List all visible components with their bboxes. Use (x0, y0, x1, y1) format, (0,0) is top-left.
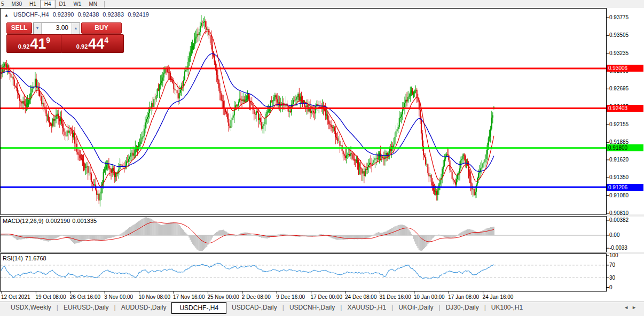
tabs-scroll-right-button[interactable]: ► (632, 305, 640, 310)
price-axis-tick: 0.91620 (609, 157, 629, 163)
buy-price-sup: 4 (104, 36, 108, 44)
buy-price-box[interactable]: 0.92 44 4 (61, 34, 124, 53)
time-axis-label: 19 Oct 08:00 (35, 294, 66, 300)
ohlc-close: 0.92419 (128, 11, 149, 18)
chart-ohlc-header: ▲ USDCHF-,H4 0.92390 0.92438 0.92383 0.9… (4, 11, 151, 18)
timeframe-button-mn[interactable]: MN (85, 0, 101, 8)
mt4-window: 5M30H1H4D1W1MN ▲ USDCHF-,H4 0.92390 0.92… (0, 0, 644, 316)
rsi-panel (1, 254, 607, 292)
toolbar-separator (104, 1, 105, 7)
tab-usdchf-h4[interactable]: USDCHF-,H4 (171, 302, 226, 314)
rsi-value: 71.6768 (25, 255, 46, 261)
price-level-label: 0.93006 (607, 65, 643, 72)
ohlc-low: 0.92383 (103, 11, 124, 18)
price-level-label: 0.91206 (607, 184, 643, 191)
tab-eurusd-daily[interactable]: EURUSD-,Daily (58, 302, 114, 313)
ohlc-high: 0.92438 (78, 11, 99, 18)
volume-spinner: ▼ 3.00 ▲ (33, 22, 80, 35)
collapse-triangle-icon[interactable]: ▲ (4, 13, 9, 18)
ohlc-open: 0.92390 (53, 11, 74, 18)
sell-price-small: 0.92 (18, 43, 29, 50)
chart-symbol: USDCHF-,H4 (13, 11, 49, 18)
time-axis-label: 25 Nov 00:00 (207, 294, 239, 300)
macd-axis-tick: -0.0033 (609, 245, 627, 251)
buy-button[interactable]: BUY (81, 22, 122, 34)
volume-input[interactable]: 3.00 (42, 23, 72, 34)
price-axis-tick: 0.92155 (609, 121, 629, 127)
tab-scroll-arrows: ◄► (624, 305, 640, 310)
rsi-axis-tick: 0 (609, 284, 612, 290)
chart-tab-bar: USDX,Weekly|EURUSD-,Daily|AUDUSD-,DailyU… (0, 302, 644, 316)
slow-ma-line (1, 54, 494, 172)
time-axis-label: 17 Nov 16:00 (173, 294, 205, 300)
volume-increase-button[interactable]: ▲ (72, 23, 80, 34)
macd-label: MACD(12,26,9) (3, 218, 43, 224)
timeframe-button-w1[interactable]: W1 (69, 0, 85, 8)
timeframe-button-d1[interactable]: D1 (56, 0, 70, 8)
rsi-axis-tick: 30 (609, 275, 615, 281)
time-axis-label: 3 Nov 00:00 (104, 294, 133, 300)
time-axis-label: 10 Jan 00:00 (414, 294, 445, 300)
tab-audusd-daily[interactable]: AUDUSD-,Daily (116, 302, 172, 313)
price-axis-tick: 0.92695 (609, 86, 629, 91)
price-axis-tick: 0.93775 (609, 14, 629, 20)
timeframe-button-m30[interactable]: M30 (8, 0, 26, 8)
macd-axis-tick: 0.00 (609, 232, 619, 238)
time-axis-label: 24 Jan 16:00 (483, 294, 514, 300)
macd-signal-value: 0.001335 (72, 218, 97, 224)
price-axis-tick: 0.91080 (609, 192, 629, 198)
sell-price-big: 41 (30, 36, 46, 52)
sell-price-box[interactable]: 0.92 41 9 (6, 34, 62, 53)
price-axis-tick: 0.91350 (609, 174, 629, 180)
tab-usdcad-daily[interactable]: USDCAD-,Daily (226, 302, 282, 313)
sell-button[interactable]: SELL (6, 22, 32, 34)
time-axis-label: 10 Nov 08:00 (139, 294, 171, 300)
timeframe-button-h4[interactable]: H4 (40, 0, 56, 8)
time-axis-label: 26 Oct 16:00 (70, 294, 100, 300)
macd-axis-tick: 0.00382 (609, 217, 629, 223)
macd-panel-title: MACD(12,26,9)0.0021900.001335 (3, 218, 99, 224)
buy-price-big: 44 (88, 36, 104, 52)
tab-uk100-h1[interactable]: UK100-,H1 (486, 302, 528, 313)
time-axis-label: 17 Dec 00:00 (311, 294, 343, 300)
tab-dj30-daily[interactable]: DJ30-,Daily (441, 302, 484, 313)
volume-decrease-button[interactable]: ▼ (34, 23, 42, 34)
time-axis-label: 9 Dec 16:00 (276, 294, 305, 300)
price-level-label: 0.91800 (607, 144, 643, 151)
timeframe-button-h1[interactable]: H1 (26, 0, 40, 8)
price-axis-tick: 0.93505 (609, 32, 629, 38)
tab-usdcnh-daily[interactable]: USDCNH-,Daily (284, 302, 340, 313)
timeframe-button-5[interactable]: 5 (0, 0, 8, 8)
price-axis-tick: 0.93235 (609, 50, 629, 56)
macd-main-value: 0.002190 (45, 218, 70, 224)
tabs-scroll-left-button[interactable]: ◄ (624, 305, 632, 310)
rsi-axis-tick: 70 (609, 262, 615, 268)
time-axis-label: 2 Dec 08:00 (242, 294, 271, 300)
price-level-label: 0.92403 (607, 105, 643, 112)
tab-ukoil-daily[interactable]: UKOil-,Daily (393, 302, 438, 313)
rsi-label: RSI(14) (3, 255, 23, 261)
time-axis-label: 31 Dec 16:00 (379, 294, 411, 300)
tab-xauusd-h1[interactable]: XAUUSD-,H1 (342, 302, 391, 313)
rsi-panel-title: RSI(14)71.6768 (3, 255, 49, 261)
price-axis-tick: 0.90810 (609, 210, 629, 216)
time-axis-label: 12 Oct 2021 (1, 294, 30, 300)
rsi-axis-tick: 100 (609, 252, 618, 258)
tab-usdx-weekly[interactable]: USDX,Weekly (5, 302, 57, 313)
time-axis-label: 24 Dec 08:00 (345, 294, 377, 300)
fast-ma-line (1, 31, 494, 187)
time-axis-label: 17 Jan 08:00 (448, 294, 479, 300)
timeframe-toolbar: 5M30H1H4D1W1MN (0, 0, 644, 8)
macd-signal-line (1, 222, 494, 243)
sell-price-sup: 9 (46, 36, 50, 44)
rsi-line (1, 263, 494, 279)
buy-price-small: 0.92 (76, 43, 88, 50)
